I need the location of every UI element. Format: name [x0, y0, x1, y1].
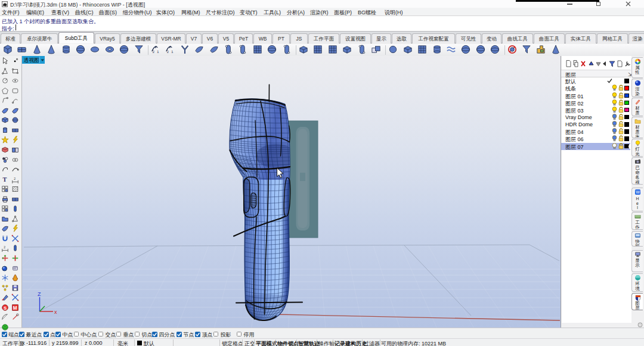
- svg-text:W: W: [636, 189, 640, 195]
- svg-text:2: 2: [4, 245, 5, 249]
- svg-text:1: 1: [157, 50, 159, 54]
- svg-text:2: 2: [14, 177, 16, 180]
- svg-text:1: 1: [171, 50, 173, 54]
- svg-text:透视图: 透视图: [24, 57, 39, 63]
- svg-text:T: T: [3, 176, 7, 183]
- svg-text:2: 2: [153, 50, 154, 54]
- svg-text:2: 2: [167, 50, 169, 54]
- svg-text:x: x: [54, 309, 57, 315]
- svg-text:Z: Z: [38, 291, 41, 297]
- svg-text:S: S: [4, 306, 7, 311]
- svg-text:M: M: [13, 306, 17, 311]
